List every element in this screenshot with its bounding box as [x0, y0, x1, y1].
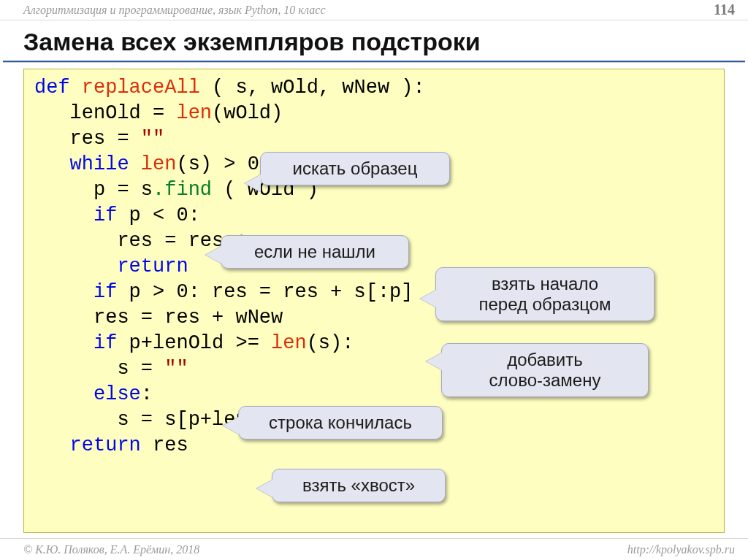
fn-len: len	[271, 332, 307, 354]
slide-title: Замена всех экземпляров подстроки	[0, 20, 748, 61]
callout-not-found: если не нашли	[221, 235, 409, 269]
callout-pointer-icon	[426, 353, 442, 370]
kw-return: return	[117, 256, 188, 277]
callout-string-ended: строка кончилась	[238, 406, 443, 440]
kw-def: def	[34, 77, 70, 99]
method-find: .find	[153, 179, 212, 201]
callout-text: искать образец	[293, 158, 418, 178]
str-empty: ""	[141, 128, 164, 150]
callout-text: добавитьслово-замену	[489, 350, 601, 390]
callout-pointer-icon	[205, 246, 221, 264]
source-url: http://kpolyakov.spb.ru	[627, 543, 735, 556]
kw-else: else	[94, 383, 141, 405]
callout-text: если не нашли	[254, 242, 375, 261]
kw-return: return	[70, 434, 141, 456]
callout-pointer-icon	[256, 480, 272, 497]
page-number: 114	[714, 1, 735, 18]
fn-len: len	[176, 102, 212, 124]
callout-text: взять «хвост»	[302, 475, 415, 495]
callout-take-head: взять началоперед образцом	[435, 267, 654, 321]
course-title: Алгоритмизация и программирование, язык …	[23, 4, 325, 17]
kw-if: if	[94, 281, 117, 303]
copyright: © К.Ю. Поляков, Е.А. Ерёмин, 2018	[23, 543, 199, 556]
callout-take-tail: взять «хвост»	[272, 469, 446, 502]
slide-header: Алгоритмизация и программирование, язык …	[0, 0, 748, 20]
fn-replaceAll: replaceAll	[82, 77, 200, 99]
slide-footer: © К.Ю. Поляков, Е.А. Ерёмин, 2018 http:/…	[0, 538, 748, 560]
callout-text: строка кончилась	[269, 413, 412, 432]
kw-if: if	[94, 332, 117, 354]
callout-pointer-icon	[223, 417, 239, 434]
callout-pointer-icon	[420, 290, 436, 307]
fn-len: len	[141, 153, 177, 175]
callout-text: взять началоперед образцом	[478, 274, 611, 314]
title-underline	[3, 61, 745, 63]
callout-add-replace: добавитьслово-замену	[441, 343, 649, 397]
kw-if: if	[94, 204, 117, 226]
kw-while: while	[70, 153, 129, 175]
callout-search-pattern: искать образец	[260, 152, 450, 185]
str-empty: ""	[164, 358, 188, 380]
callout-pointer-icon	[245, 174, 261, 192]
